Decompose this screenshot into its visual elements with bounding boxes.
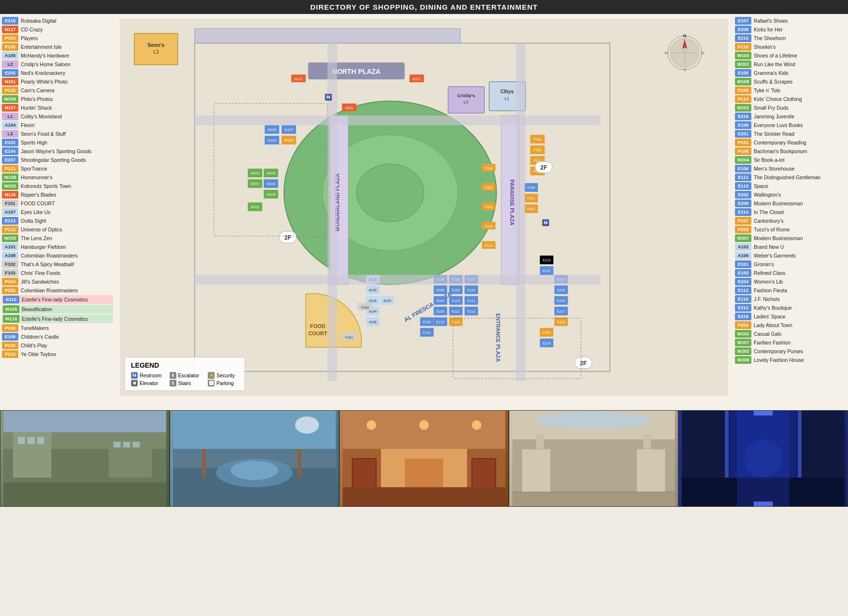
dir-badge: P105 xyxy=(2,43,18,51)
dir-badge: F103 xyxy=(2,269,18,277)
dir-badge: E113 xyxy=(735,182,751,190)
left-dir-item: A108Colombian Roastmasters xyxy=(2,252,113,259)
left-dir-item: W108Homerunner's xyxy=(2,173,113,181)
svg-text:F101: F101 xyxy=(345,336,353,339)
dir-badge: P101 xyxy=(735,139,751,146)
svg-text:W102: W102 xyxy=(267,182,275,186)
dir-name: Philo's Photos xyxy=(21,96,53,102)
svg-text:E111: E111 xyxy=(467,299,475,302)
dir-badge: E209 xyxy=(735,200,751,207)
right-dir-item: W208Lovely Fashion House xyxy=(735,356,846,364)
svg-text:E110: E110 xyxy=(452,299,460,302)
dir-name: Contemporary Reading xyxy=(754,139,806,146)
dir-name: McHandy's Hardware xyxy=(21,52,69,59)
legend-icon: 🚻 xyxy=(131,372,138,379)
dir-badge: P108 xyxy=(735,147,751,155)
svg-text:W208: W208 xyxy=(267,172,275,175)
dir-badge: W208 xyxy=(735,356,751,364)
svg-text:A102: A102 xyxy=(383,299,391,302)
legend-label: Security xyxy=(216,372,235,378)
right-dir-item: P113Kids' Choice Clothing xyxy=(735,95,846,103)
dir-badge: E106 xyxy=(735,165,751,172)
dir-badge: W204 xyxy=(735,156,751,164)
left-dir-item: A101Hamburger Fiefdom xyxy=(2,243,113,251)
legend-icon: ⬆ xyxy=(170,380,176,387)
left-dir-item: P112Universe of Optics xyxy=(2,226,113,233)
dir-name: Modern Businessman xyxy=(754,200,803,207)
dir-badge: W105 xyxy=(3,305,19,313)
svg-text:P108: P108 xyxy=(527,186,535,189)
dir-name: Eyes Like Us xyxy=(21,209,50,215)
dir-badge: E108 xyxy=(735,121,751,129)
legend-label: Stairs xyxy=(178,380,191,386)
dir-name: Cam's Camera xyxy=(21,87,55,94)
right-dir-item: E101Gromin's xyxy=(735,260,846,268)
right-dir-item: W207Modern Businessman xyxy=(735,234,846,242)
dir-name: Tucci's of Rome xyxy=(754,226,790,233)
right-dir-item: E103Refined Class xyxy=(735,269,846,277)
photo-strip xyxy=(0,410,848,507)
left-dir-item: P102Child's Play xyxy=(2,342,113,349)
svg-rect-180 xyxy=(3,411,166,432)
dir-name: The Shoehorn xyxy=(754,35,786,42)
dir-badge: E104 xyxy=(2,147,18,155)
svg-text:E111: E111 xyxy=(452,310,460,313)
legend-item: 🔲Elevator xyxy=(131,380,162,387)
dir-badge: P116 xyxy=(735,43,751,51)
svg-text:W103: W103 xyxy=(267,193,275,196)
dir-name: Chris' Fine Foods xyxy=(21,270,60,276)
legend-box: LEGEND 🚻Restroom⬆Escalator🔒Security🔲Elev… xyxy=(125,357,245,391)
svg-text:E103: E103 xyxy=(436,310,444,313)
svg-rect-164 xyxy=(516,43,525,381)
dir-badge: W103 xyxy=(735,52,751,59)
dir-name: Ladies' Space xyxy=(754,313,786,320)
svg-text:L2: L2 xyxy=(463,100,468,104)
dir-name: Women's Lib xyxy=(754,278,783,285)
left-dir-item: P104Jill's Sandwiches xyxy=(2,278,113,286)
svg-text:2F: 2F xyxy=(285,234,291,241)
svg-text:E104: E104 xyxy=(436,299,444,302)
dir-badge: P107 xyxy=(735,217,751,225)
left-dir-item: E109Children's Castle xyxy=(2,333,113,341)
dir-name: Players xyxy=(21,35,38,42)
svg-text:ENTRANCE PLAZA: ENTRANCE PLAZA xyxy=(495,313,501,362)
right-dir-item: W109Scuffs & Scrapes xyxy=(735,78,846,86)
dir-name: Men's Storehouse xyxy=(754,165,794,172)
svg-rect-208 xyxy=(512,492,675,506)
svg-text:E203: E203 xyxy=(557,320,565,324)
svg-rect-207 xyxy=(637,449,665,497)
dir-name: Cantonbury's xyxy=(754,217,784,224)
svg-text:E110: E110 xyxy=(467,288,475,292)
dir-badge: P104 xyxy=(2,278,18,286)
right-dir-item: E110J.F. Nichols xyxy=(735,295,846,303)
svg-text:E: E xyxy=(702,51,704,55)
dir-name: Universe of Optics xyxy=(21,226,62,233)
dir-badge: E107 xyxy=(735,17,751,25)
dir-name: Ye Olde Toybox xyxy=(21,351,56,358)
left-dir-item: P105Entertainment Isle xyxy=(2,43,113,51)
svg-text:P102: P102 xyxy=(485,186,492,189)
left-dir-item: W110Estelle's Fine-lady Cosmetics xyxy=(2,315,113,323)
dir-badge: L1 xyxy=(2,113,18,120)
svg-text:COURT: COURT xyxy=(308,330,327,336)
dir-name: Pearly White's Photo xyxy=(21,78,68,85)
dir-name: Kokonutz Sports Town xyxy=(21,183,71,189)
dir-badge: E219 xyxy=(735,113,751,120)
right-dir-item: E113Space xyxy=(735,182,846,190)
dir-name: The Sinister Read xyxy=(754,130,794,137)
dir-badge: W101 xyxy=(735,104,751,112)
photo-panel-1 xyxy=(0,410,170,507)
right-dir-item: E214In The Closet xyxy=(735,208,846,216)
dir-name: Estelle's Fine-lady Cosmetics xyxy=(22,296,88,303)
page-title: DIRECTORY OF SHOPPING, DINING AND ENTERT… xyxy=(0,0,848,14)
legend-icon: 🔲 xyxy=(131,380,138,387)
right-dir-item: P204Lady About Town xyxy=(735,321,846,329)
right-dir-item: W204Sir Book-a-lot xyxy=(735,156,846,164)
dir-name: Shoes of a Lifetime xyxy=(754,52,797,59)
dir-badge: E207 xyxy=(2,156,18,164)
dir-badge: E102 xyxy=(2,139,18,146)
right-dir-item: E112Fashion Fiesta xyxy=(735,287,846,294)
dir-name: SporTrance xyxy=(21,165,47,172)
right-dir-item: E209Modern Businessman xyxy=(735,200,846,207)
left-dir-item: E104Jason Wayne's Sporting Goods xyxy=(2,147,113,155)
